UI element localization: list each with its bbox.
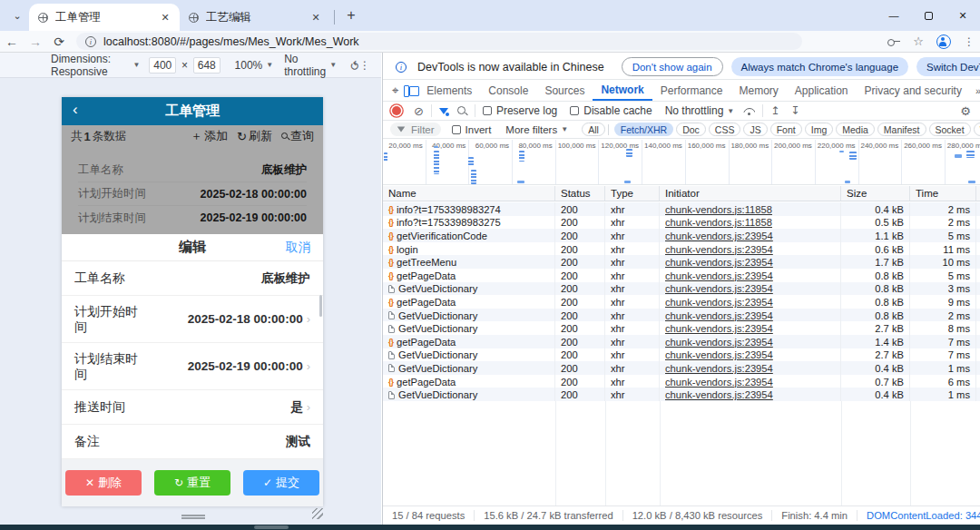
- initiator-link[interactable]: chunk-vendors.js:23954: [665, 244, 773, 255]
- filter-chip-socket[interactable]: Socket: [929, 123, 971, 136]
- devtools-tab-network[interactable]: Network: [593, 80, 652, 101]
- close-button[interactable]: ✕: [946, 2, 980, 29]
- filter-chip-fetch-xhr[interactable]: Fetch/XHR: [614, 123, 673, 136]
- disable-cache-checkbox[interactable]: Disable cache: [570, 104, 652, 117]
- record-icon[interactable]: [392, 106, 401, 115]
- table-row[interactable]: GetVueDictionary200xhrchunk-vendors.js:2…: [383, 309, 980, 322]
- table-row[interactable]: GetVueDictionary200xhrchunk-vendors.js:2…: [383, 321, 980, 335]
- column-header-time[interactable]: Time: [910, 186, 976, 201]
- devtools-tab-elements[interactable]: Elements: [418, 80, 480, 101]
- minimize-button[interactable]: —: [877, 2, 911, 29]
- filter-chip-js[interactable]: JS: [743, 123, 767, 136]
- modal-field[interactable]: 备注测试: [62, 425, 323, 459]
- column-header-type[interactable]: Type: [605, 186, 660, 201]
- column-header-status[interactable]: Status: [555, 186, 605, 201]
- profile-avatar[interactable]: [936, 34, 951, 49]
- viewport-resize-handle[interactable]: [181, 515, 205, 519]
- table-row[interactable]: {}getTreeMenu200xhrchunk-vendors.js:2395…: [383, 255, 980, 269]
- export-har-icon[interactable]: ↧: [790, 104, 799, 117]
- more-filters-dropdown[interactable]: More filters▼: [505, 124, 572, 135]
- filter-chip-css[interactable]: CSS: [709, 123, 741, 136]
- initiator-link[interactable]: chunk-vendors.js:23954: [665, 377, 773, 388]
- devtools-tab-sources[interactable]: Sources: [536, 80, 593, 101]
- filter-chip-img[interactable]: Img: [805, 123, 834, 136]
- initiator-link[interactable]: chunk-vendors.js:23954: [665, 363, 773, 374]
- table-row[interactable]: {}info?t=1753398983274200xhrchunk-vendor…: [383, 202, 980, 216]
- table-row[interactable]: GetVueDictionary200xhrchunk-vendors.js:2…: [383, 388, 980, 401]
- rotate-icon[interactable]: ⟲: [348, 60, 361, 70]
- network-settings-gear-icon[interactable]: ⚙: [960, 104, 971, 118]
- column-header-initiator[interactable]: Initiator: [660, 186, 841, 201]
- table-row[interactable]: {}getPageData200xhrchunk-vendors.js:2395…: [383, 335, 980, 348]
- table-row[interactable]: GetVueDictionary200xhrchunk-vendors.js:2…: [383, 361, 980, 375]
- initiator-link[interactable]: chunk-vendors.js:23954: [665, 337, 773, 348]
- table-row[interactable]: {}info?t=1753398983275200xhrchunk-vendor…: [383, 216, 980, 230]
- device-height-input[interactable]: 648: [193, 57, 220, 74]
- modal-overlay[interactable]: [62, 125, 323, 234]
- initiator-link[interactable]: chunk-vendors.js:23954: [665, 231, 773, 241]
- reload-icon[interactable]: ⟳: [47, 34, 71, 49]
- filter-chip-wasm[interactable]: Wasm: [974, 123, 980, 136]
- column-header-name[interactable]: Name: [383, 186, 555, 201]
- device-width-input[interactable]: 400: [149, 57, 176, 74]
- browser-menu-icon[interactable]: ⋮: [964, 35, 975, 48]
- column-header-size[interactable]: Size: [841, 186, 910, 201]
- switch-language-button[interactable]: Switch DevTools to Chinese: [916, 57, 980, 76]
- devtools-tab-application[interactable]: Application: [787, 80, 857, 101]
- dimensions-select[interactable]: Dimensions: Responsive: [51, 53, 130, 78]
- filter-chip-manifest[interactable]: Manifest: [877, 123, 926, 136]
- devtools-tab-memory[interactable]: Memory: [730, 80, 786, 101]
- viewport-resize-corner[interactable]: [312, 508, 323, 519]
- horizontal-scrollbar[interactable]: [0, 525, 980, 530]
- modal-field[interactable]: 推送时间是›: [62, 390, 323, 425]
- filter-input[interactable]: Filter: [390, 123, 441, 136]
- modal-button-重置[interactable]: ↻重置: [154, 470, 230, 496]
- filter-chip-media[interactable]: Media: [836, 123, 875, 136]
- filter-chip-doc[interactable]: Doc: [676, 123, 706, 136]
- browser-tab[interactable]: 工单管理✕: [29, 4, 180, 31]
- initiator-link[interactable]: chunk-vendors.js:23954: [665, 270, 773, 281]
- maximize-button[interactable]: [911, 2, 946, 29]
- password-manager-icon[interactable]: [887, 39, 900, 44]
- clear-icon[interactable]: ⊘: [414, 104, 424, 118]
- modal-field[interactable]: 计划结束时间2025-02-19 00:00:00›: [62, 343, 323, 390]
- dont-show-again-button[interactable]: Don't show again: [622, 57, 723, 76]
- modal-field[interactable]: 计划开始时间2025-02-18 00:00:00›: [62, 296, 323, 343]
- filter-chip-all[interactable]: All: [582, 123, 605, 136]
- table-row[interactable]: {}getPageData200xhrchunk-vendors.js:2395…: [383, 269, 980, 282]
- devtools-tab-privacy-and-security[interactable]: Privacy and security: [857, 80, 970, 101]
- browser-tab[interactable]: 工艺编辑✕: [180, 4, 330, 31]
- import-har-icon[interactable]: ↥: [770, 104, 779, 117]
- modal-button-提交[interactable]: ✓提交: [243, 470, 319, 496]
- horizontal-scrollbar-thumb[interactable]: [254, 525, 289, 529]
- forward-icon[interactable]: →: [24, 34, 47, 49]
- initiator-link[interactable]: chunk-vendors.js:23954: [665, 349, 773, 360]
- initiator-link[interactable]: chunk-vendors.js:23954: [665, 389, 773, 400]
- initiator-link[interactable]: chunk-vendors.js:11858: [665, 217, 772, 228]
- network-conditions-icon[interactable]: [743, 107, 755, 115]
- initiator-link[interactable]: chunk-vendors.js:23954: [665, 283, 773, 294]
- tab-close-icon[interactable]: ✕: [309, 10, 323, 25]
- devtools-tab-performance[interactable]: Performance: [652, 80, 731, 101]
- match-language-button[interactable]: Always match Chrome's language: [731, 57, 909, 76]
- page-scrollbar[interactable]: [319, 295, 322, 317]
- devtools-tab-console[interactable]: Console: [480, 80, 536, 101]
- modal-field[interactable]: 工单名称底板维护: [62, 261, 323, 296]
- initiator-link[interactable]: chunk-vendors.js:11858: [665, 204, 772, 215]
- table-row[interactable]: {}getPageData200xhrchunk-vendors.js:2395…: [383, 295, 980, 309]
- table-row[interactable]: {}getPageData200xhrchunk-vendors.js:2395…: [383, 375, 980, 388]
- throttling-dropdown[interactable]: No throttling▼: [665, 104, 739, 117]
- new-tab-button[interactable]: +: [340, 5, 362, 26]
- preserve-log-checkbox[interactable]: Preserve log: [483, 104, 557, 117]
- table-row[interactable]: {}getVierificationCode200xhrchunk-vendor…: [383, 229, 980, 242]
- more-tabs-icon[interactable]: »: [970, 85, 980, 96]
- zoom-select[interactable]: 100%: [235, 59, 263, 72]
- modal-button-删除[interactable]: ✕删除: [65, 470, 142, 496]
- back-chevron-icon[interactable]: ‹: [73, 101, 78, 119]
- table-row[interactable]: GetVueDictionary200xhrchunk-vendors.js:2…: [383, 282, 980, 296]
- bookmark-star-icon[interactable]: ☆: [913, 34, 924, 48]
- initiator-link[interactable]: chunk-vendors.js:23954: [665, 297, 773, 308]
- tab-close-icon[interactable]: ✕: [158, 10, 172, 25]
- initiator-link[interactable]: chunk-vendors.js:23954: [665, 310, 773, 321]
- initiator-link[interactable]: chunk-vendors.js:23954: [665, 257, 773, 268]
